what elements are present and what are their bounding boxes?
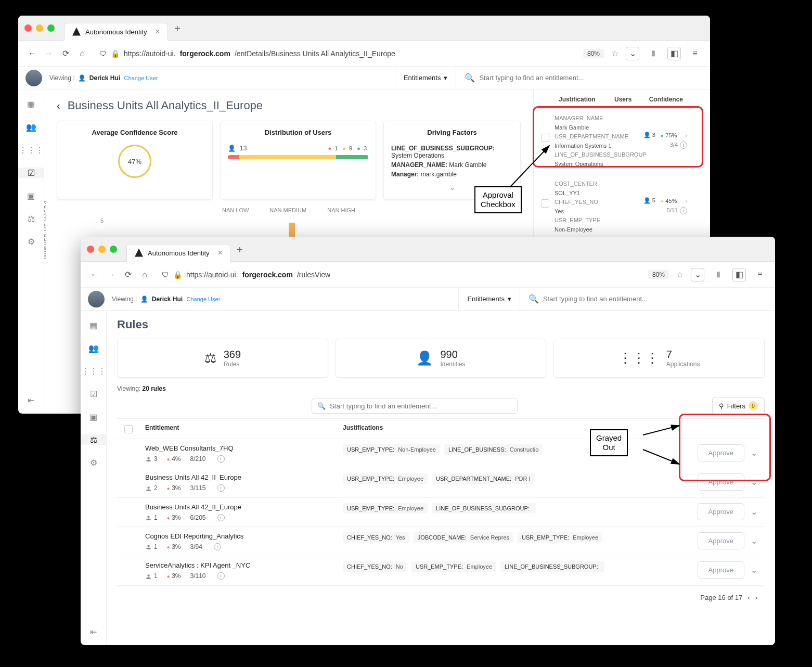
chevron-right-icon[interactable]: ›	[685, 132, 687, 138]
dashboard-icon[interactable]: ▦	[88, 320, 99, 330]
chevron-right-icon[interactable]: ›	[685, 198, 687, 204]
bookmark-icon[interactable]: ☆	[674, 269, 686, 280]
menu-icon[interactable]: ≡	[688, 47, 702, 60]
entitlements-dropdown[interactable]: Entitlements▾	[458, 288, 520, 310]
gear-icon[interactable]: ⚙	[88, 457, 99, 468]
forward-icon[interactable]: →	[106, 269, 117, 280]
avatar[interactable]	[25, 70, 42, 86]
check-icon[interactable]: ☑	[18, 168, 44, 178]
app-header: Viewing : 👤 Derick Hui Change User Entit…	[81, 288, 775, 311]
gavel-icon[interactable]: ⚖	[26, 213, 36, 224]
url-bar[interactable]: 🛡 🔒 https://autoid-ui.forgerock.com/rule…	[156, 271, 643, 279]
approve-button[interactable]: Approve	[698, 561, 744, 579]
collapse-icon[interactable]: ⇤	[88, 626, 99, 637]
url-bar[interactable]: 🛡 🔒 https://autoid-ui.forgerock.com/entD…	[93, 49, 578, 58]
maximize-window-icon[interactable]	[110, 246, 117, 253]
expand-row-icon[interactable]: ⌄	[751, 536, 757, 546]
reload-icon[interactable]: ⟳	[60, 48, 71, 59]
back-button[interactable]: ‹	[57, 100, 60, 112]
users-icon[interactable]: 👥	[26, 122, 36, 132]
users-icon[interactable]: 👥	[88, 343, 99, 353]
prev-page-icon[interactable]: ‹	[747, 594, 750, 601]
close-tab-icon[interactable]: ×	[156, 27, 160, 36]
close-window-icon[interactable]	[87, 246, 94, 253]
justification-item[interactable]: COST_CENTERSOL_YY1 CHIEF_YES_NOYes USR_E…	[534, 174, 694, 240]
maximize-window-icon[interactable]	[47, 24, 55, 32]
approve-button[interactable]: Approve	[698, 503, 744, 520]
expand-row-icon[interactable]: ⌄	[751, 448, 757, 458]
home-icon[interactable]: ⌂	[139, 269, 150, 280]
chart-bar	[289, 223, 295, 238]
info-icon[interactable]: i	[217, 484, 225, 492]
bookmark-icon[interactable]: ☆	[609, 48, 621, 59]
info-icon[interactable]: i	[217, 514, 225, 521]
search-input[interactable]	[479, 74, 702, 82]
menu-icon[interactable]: ≡	[753, 268, 767, 281]
close-tab-icon[interactable]: ×	[218, 248, 223, 258]
info-icon[interactable]: i	[680, 207, 687, 214]
page-text: Page 16 of 17	[700, 594, 742, 601]
expand-row-icon[interactable]: ⌄	[751, 565, 757, 575]
new-tab-icon[interactable]: +	[237, 244, 243, 256]
dashboard-icon[interactable]: ▦	[26, 99, 36, 109]
change-user-link[interactable]: Change User	[187, 296, 221, 302]
collapse-icon[interactable]: ⇤	[26, 395, 36, 405]
forward-icon[interactable]: →	[43, 48, 55, 59]
tab-nan-medium[interactable]: NAN MEDIUM	[269, 207, 306, 213]
grid-icon[interactable]: ⋮⋮⋮	[88, 366, 99, 376]
info-icon[interactable]: i	[217, 455, 225, 463]
id-icon[interactable]: ▣	[26, 190, 36, 201]
home-icon[interactable]: ⌂	[76, 48, 88, 59]
tab-nan-low[interactable]: NAN LOW	[222, 207, 249, 213]
minimize-window-icon[interactable]	[36, 24, 43, 32]
approve-button[interactable]: Approve	[698, 473, 744, 491]
minimize-window-icon[interactable]	[98, 246, 106, 253]
browser-tab[interactable]: Autonomous Identity ×	[64, 23, 168, 41]
rules-list: Web_WEB Consultants_7HQ 3 4% 8/210 i USR…	[117, 439, 765, 586]
info-icon[interactable]: i	[214, 543, 221, 550]
extension-icon[interactable]: ◧	[667, 47, 681, 60]
pocket-icon[interactable]: ⌄	[626, 47, 639, 60]
new-tab-icon[interactable]: +	[174, 23, 181, 35]
library-icon[interactable]: ⫴	[712, 268, 725, 281]
avatar[interactable]	[88, 291, 105, 307]
approve-button[interactable]: Approve	[698, 532, 744, 549]
pocket-icon[interactable]: ⌄	[691, 268, 704, 281]
reload-icon[interactable]: ⟳	[122, 269, 134, 280]
entitlements-dropdown[interactable]: Entitlements▾	[395, 67, 456, 89]
url-prefix: https://autoid-ui.	[124, 49, 176, 58]
extension-icon[interactable]: ◧	[732, 268, 746, 281]
select-all-checkbox[interactable]	[124, 425, 133, 433]
next-page-icon[interactable]: ›	[755, 594, 757, 601]
person-icon: 👤	[416, 350, 433, 366]
gear-icon[interactable]: ⚙	[26, 236, 36, 247]
zoom-level[interactable]: 80%	[648, 270, 669, 279]
grid-icon[interactable]: ⋮⋮⋮	[26, 145, 36, 155]
approve-button[interactable]: Approve	[698, 444, 744, 461]
approval-checkbox[interactable]	[541, 134, 549, 142]
approval-checkbox[interactable]	[541, 199, 549, 208]
gavel-icon[interactable]: ⚖	[81, 434, 106, 445]
expand-row-icon[interactable]: ⌄	[751, 507, 757, 517]
info-icon[interactable]: i	[680, 142, 687, 149]
back-icon[interactable]: ←	[89, 269, 100, 280]
rules-count: Viewing: 20 rules	[117, 385, 765, 392]
library-icon[interactable]: ⫴	[647, 47, 660, 60]
browser-tab[interactable]: Autonomous Identity ×	[126, 244, 230, 262]
traffic-lights	[87, 246, 117, 253]
zoom-level[interactable]: 80%	[583, 49, 604, 58]
justification-tag: USR_DEPARTMENT_NAME: PDR I	[432, 473, 534, 484]
back-icon[interactable]: ←	[27, 48, 38, 59]
check-icon[interactable]: ☑	[88, 389, 99, 399]
filters-button[interactable]: ⚲ Filters 0	[712, 397, 765, 414]
id-icon[interactable]: ▣	[88, 412, 99, 422]
close-window-icon[interactable]	[24, 24, 32, 32]
users-count: 2	[145, 484, 158, 492]
search-input[interactable]	[543, 295, 767, 303]
expand-row-icon[interactable]: ⌄	[751, 477, 757, 487]
info-icon[interactable]: i	[217, 572, 225, 580]
tab-nan-high[interactable]: NAN HIGH	[327, 207, 355, 213]
rules-search-input[interactable]	[330, 402, 512, 410]
change-user-link[interactable]: Change User	[124, 75, 158, 81]
justification-item[interactable]: MANAGER_NAMEMark Gamble USR_DEPARTMENT_N…	[534, 109, 694, 174]
